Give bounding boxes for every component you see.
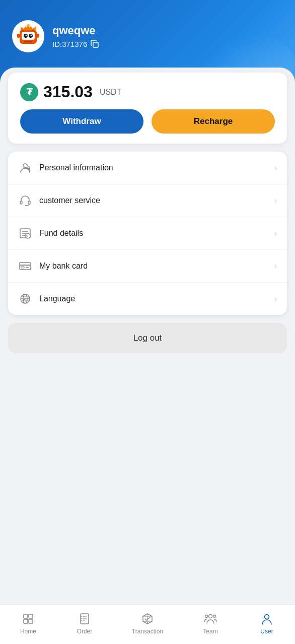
menu-item-fund-details[interactable]: $ Fund details ›: [8, 217, 287, 250]
balance-row: ₮ 315.03 USDT: [20, 83, 275, 101]
transaction-icon: [140, 612, 155, 626]
svg-rect-14: [20, 201, 22, 204]
nav-item-team[interactable]: Team: [195, 610, 226, 637]
bank-card-icon: [18, 259, 32, 273]
nav-item-transaction[interactable]: Transaction: [126, 610, 169, 637]
svg-point-42: [213, 615, 216, 618]
balance-currency: USDT: [100, 88, 122, 97]
menu-item-language[interactable]: A Language ›: [8, 283, 287, 315]
svg-rect-22: [20, 263, 31, 270]
svg-rect-9: [17, 34, 20, 38]
svg-point-40: [81, 620, 82, 621]
svg-rect-31: [29, 614, 33, 618]
person-icon: [18, 161, 32, 175]
headset-icon: [18, 194, 32, 208]
svg-point-39: [81, 618, 82, 619]
nav-label-user: User: [260, 628, 273, 635]
svg-point-41: [209, 615, 212, 618]
svg-rect-10: [37, 34, 39, 38]
svg-point-43: [205, 615, 208, 618]
svg-point-13: [28, 167, 30, 169]
username-text: qweqwe: [52, 24, 99, 37]
user-id-text: ID:371376: [52, 40, 87, 48]
nav-item-home[interactable]: Home: [13, 610, 43, 637]
nav-label-transaction: Transaction: [132, 628, 163, 635]
nav-label-team: Team: [203, 628, 217, 635]
nav-label-order: Order: [77, 628, 93, 635]
svg-rect-30: [24, 614, 28, 618]
svg-rect-32: [24, 619, 28, 623]
home-icon: [21, 612, 35, 626]
svg-rect-6: [24, 41, 33, 42]
language-icon: A: [18, 292, 32, 306]
bottom-spacer: [8, 361, 287, 402]
menu-label-personal-info: Personal information: [39, 163, 267, 172]
menu-label-language: Language: [39, 294, 267, 303]
balance-amount: 315.03: [43, 83, 93, 101]
chevron-right-icon-5: ›: [274, 294, 277, 303]
chevron-right-icon-4: ›: [274, 262, 277, 271]
menu-card: Personal information › customer service …: [8, 152, 287, 315]
svg-point-5: [31, 35, 32, 36]
avatar: [12, 20, 44, 52]
fund-icon: $: [18, 226, 32, 240]
menu-item-personal-info[interactable]: Personal information ›: [8, 152, 287, 184]
nav-item-order[interactable]: Order: [69, 610, 100, 637]
menu-label-fund-details: Fund details: [39, 229, 267, 238]
user-id-row: ID:371376: [52, 39, 99, 48]
team-icon: [203, 612, 217, 626]
menu-label-bank-card: My bank card: [39, 262, 267, 271]
menu-item-bank-card[interactable]: My bank card ›: [8, 250, 287, 283]
action-buttons: Withdraw Recharge: [20, 109, 275, 134]
copy-icon[interactable]: [90, 39, 99, 48]
svg-rect-15: [28, 201, 30, 204]
svg-rect-33: [29, 619, 33, 623]
user-details: qweqwe ID:371376: [52, 24, 99, 48]
svg-text:A: A: [23, 297, 26, 301]
menu-label-customer-service: customer service: [39, 196, 267, 205]
svg-point-44: [264, 615, 269, 619]
user-icon: [260, 612, 274, 626]
svg-point-12: [23, 164, 27, 168]
balance-card: ₮ 315.03 USDT Withdraw Recharge: [8, 73, 287, 144]
bottom-nav: Home Order: [0, 604, 295, 644]
svg-rect-11: [93, 42, 98, 47]
svg-point-38: [81, 616, 82, 617]
chevron-right-icon-2: ›: [274, 196, 277, 205]
svg-rect-24: [21, 267, 24, 268]
order-icon: [78, 612, 92, 626]
svg-rect-1: [22, 32, 35, 40]
svg-point-3: [26, 35, 27, 36]
chevron-right-icon: ›: [274, 163, 277, 172]
menu-item-customer-service[interactable]: customer service ›: [8, 184, 287, 217]
svg-text:$: $: [26, 234, 28, 238]
withdraw-button[interactable]: Withdraw: [20, 109, 143, 134]
main-content: ₮ 315.03 USDT Withdraw Recharge Personal…: [0, 73, 295, 644]
svg-point-8: [27, 24, 30, 27]
logout-button[interactable]: Log out: [8, 323, 287, 353]
chevron-right-icon-3: ›: [274, 229, 277, 238]
nav-item-user[interactable]: User: [252, 610, 282, 637]
recharge-button[interactable]: Recharge: [152, 109, 275, 134]
nav-label-home: Home: [20, 628, 36, 635]
usdt-icon: ₮: [20, 83, 38, 101]
